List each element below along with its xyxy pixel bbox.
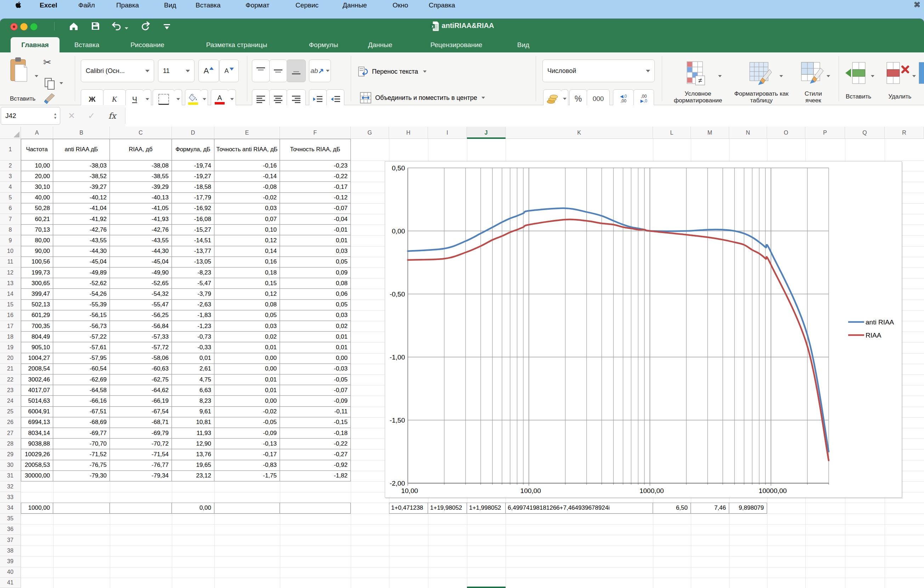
table-cell[interactable]: -8,23	[172, 267, 214, 278]
shrink-font-button[interactable]: А	[219, 59, 239, 82]
row34-cell-N[interactable]: 9,898079	[729, 502, 767, 513]
align-middle-button[interactable]	[269, 59, 287, 82]
table-cell[interactable]: -0,01	[280, 224, 351, 235]
menu-item-вид[interactable]: Вид	[164, 1, 176, 10]
align-top-button[interactable]	[252, 59, 270, 82]
row-header-18[interactable]: 18	[0, 331, 21, 342]
table-cell[interactable]: -17,79	[172, 193, 214, 203]
row-header-5[interactable]: 5	[0, 193, 21, 203]
tab-разметка-страницы[interactable]: Разметка страницы	[206, 37, 267, 53]
table-cell[interactable]: 1004,27	[21, 353, 53, 364]
table-cell[interactable]: 10,81	[172, 417, 214, 428]
table-cell[interactable]: -38,55	[110, 171, 172, 182]
table-cell[interactable]: -66,16	[53, 396, 110, 406]
enter-icon[interactable]: ✓	[88, 107, 95, 125]
conditional-formatting-button[interactable]: ≠ Условное форматирование	[672, 59, 724, 104]
column-header-E[interactable]: E	[214, 127, 280, 138]
table-cell[interactable]: -43,55	[110, 235, 172, 246]
table-cell[interactable]: 10029,26	[21, 449, 53, 460]
font-name-select[interactable]: Calibri (Осн...	[81, 59, 154, 82]
table-cell[interactable]: -55,39	[53, 300, 110, 310]
row-header-12[interactable]: 12	[0, 267, 21, 278]
row-header-14[interactable]: 14	[0, 289, 21, 299]
table-cell[interactable]: -0,14	[214, 171, 280, 182]
table-cell[interactable]: 0,01	[214, 385, 280, 396]
table-cell[interactable]: 0,00	[214, 353, 280, 364]
table-cell[interactable]: -0,08	[214, 182, 280, 192]
number-format-select[interactable]: Числовой	[543, 59, 655, 82]
column-header-G[interactable]: G	[351, 127, 389, 138]
row34-cell-J[interactable]: 1+1,998052	[467, 502, 506, 513]
row34-cell-L[interactable]: 6,50	[653, 502, 691, 513]
row34-cell[interactable]: 0,00	[172, 502, 214, 513]
table-cell[interactable]: -40,12	[53, 193, 110, 203]
table-cell[interactable]: -0,12	[280, 193, 351, 203]
table-cell[interactable]: -0,03	[280, 364, 351, 374]
table-cell[interactable]: 0,14	[214, 246, 280, 257]
row34-cell[interactable]	[110, 502, 172, 513]
copy-dropdown-icon[interactable]	[59, 82, 63, 84]
table-cell[interactable]: -0,05	[214, 417, 280, 428]
table-cell[interactable]: 20058,53	[21, 460, 53, 471]
table-cell[interactable]: 5014,63	[21, 396, 53, 406]
table-cell[interactable]: -60,54	[53, 364, 110, 374]
row34-cell[interactable]	[280, 502, 351, 513]
table-header-cell[interactable]: Формула, дБ	[172, 139, 214, 160]
table-cell[interactable]: -0,07	[280, 203, 351, 214]
table-cell[interactable]: -0,02	[214, 193, 280, 203]
table-cell[interactable]: 11,93	[172, 428, 214, 438]
formula-input[interactable]	[125, 105, 924, 127]
table-cell[interactable]: -79,30	[53, 471, 110, 481]
table-cell[interactable]: -0,18	[280, 428, 351, 438]
table-cell[interactable]: 0,01	[280, 342, 351, 353]
row-header-37[interactable]: 37	[0, 535, 21, 545]
table-cell[interactable]: 905,10	[21, 342, 53, 353]
table-cell[interactable]: -76,75	[53, 460, 110, 471]
row-header-4[interactable]: 4	[0, 182, 21, 192]
menu-item-вставка[interactable]: Вставка	[196, 1, 221, 10]
name-box[interactable]: J42 ▲▼	[1, 107, 60, 125]
row34-cell-H[interactable]: 1+0,471238	[389, 502, 428, 513]
table-cell[interactable]: 13,76	[172, 449, 214, 460]
row34-cell-I[interactable]: 1+19,98052	[428, 502, 467, 513]
table-cell[interactable]: 9,61	[172, 407, 214, 417]
column-header-P[interactable]: P	[805, 127, 845, 138]
row-header-9[interactable]: 9	[0, 235, 21, 246]
table-cell[interactable]: 0,08	[280, 278, 351, 289]
table-cell[interactable]: 19,65	[172, 460, 214, 471]
row-header-26[interactable]: 26	[0, 417, 21, 428]
table-cell[interactable]: -41,92	[53, 214, 110, 224]
menu-item-правка[interactable]: Правка	[116, 1, 139, 10]
table-cell[interactable]: 9038,88	[21, 438, 53, 449]
table-cell[interactable]: -55,47	[110, 300, 172, 310]
font-size-select[interactable]: 11	[158, 59, 195, 82]
table-cell[interactable]: -58,06	[110, 353, 172, 364]
table-cell[interactable]: 0,01	[172, 353, 214, 364]
row-header-31[interactable]: 31	[0, 471, 21, 481]
table-cell[interactable]: 0,00	[214, 364, 280, 374]
table-cell[interactable]: -76,77	[110, 460, 172, 471]
table-cell[interactable]: -67,51	[53, 407, 110, 417]
row-header-23[interactable]: 23	[0, 385, 21, 396]
table-cell[interactable]: -69,79	[110, 428, 172, 438]
format-as-table-button[interactable]: Форматировать как таблицу	[735, 59, 788, 104]
table-cell[interactable]: 70,13	[21, 224, 53, 235]
table-cell[interactable]: 0,02	[214, 331, 280, 342]
column-header-I[interactable]: I	[428, 127, 467, 138]
row-header-15[interactable]: 15	[0, 300, 21, 310]
table-cell[interactable]: 30000,00	[21, 471, 53, 481]
table-header-cell[interactable]: RIAA, дб	[110, 139, 172, 160]
table-cell[interactable]: -0,15	[280, 417, 351, 428]
table-cell[interactable]: -0,07	[280, 385, 351, 396]
table-cell[interactable]: -0,04	[280, 214, 351, 224]
row34-cell-M[interactable]: 7,46	[691, 502, 729, 513]
insert-function-icon[interactable]: fx	[109, 107, 116, 125]
table-cell[interactable]: 6004,91	[21, 407, 53, 417]
table-cell[interactable]: 10,00	[21, 160, 53, 171]
table-cell[interactable]: -38,08	[110, 160, 172, 171]
column-header-A[interactable]: A	[21, 127, 53, 138]
tab-рисование[interactable]: Рисование	[130, 37, 164, 53]
table-cell[interactable]: -0,11	[280, 407, 351, 417]
table-cell[interactable]: -57,61	[53, 342, 110, 353]
table-cell[interactable]: 0,12	[214, 289, 280, 299]
